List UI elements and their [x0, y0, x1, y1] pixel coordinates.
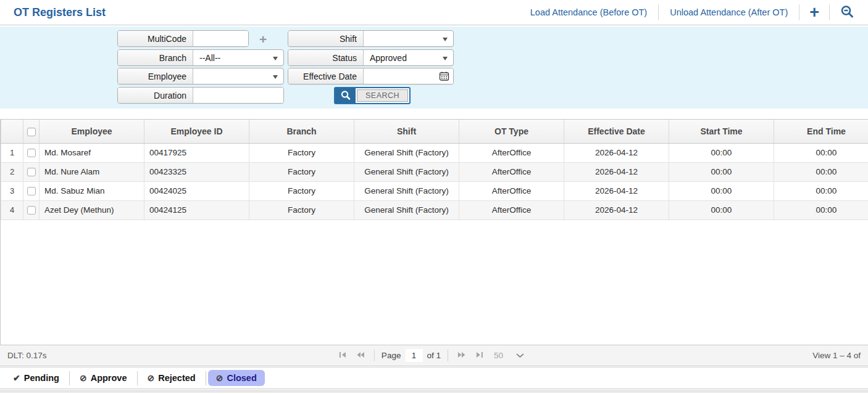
cell-employee: Md. Mosaref	[40, 143, 144, 162]
tab-pending[interactable]: ✔ Pending	[5, 370, 67, 386]
status-select[interactable]: Approved	[364, 50, 453, 65]
ban-icon: ⊘	[80, 373, 87, 383]
select-all-checkbox[interactable]	[27, 128, 36, 136]
tab-closed[interactable]: ⊘ Closed	[208, 370, 265, 386]
chevron-down-icon	[443, 38, 448, 41]
unload-attendance-button[interactable]: Unload Attendance (After OT)	[664, 4, 794, 21]
row-checkbox-cell	[23, 143, 40, 162]
last-page-icon	[475, 351, 483, 360]
cell-effective-date: 2026-04-12	[564, 143, 669, 162]
prev-page-icon	[356, 351, 365, 360]
employee-label: Employee	[118, 68, 193, 84]
col-ot-type[interactable]: OT Type	[459, 120, 564, 143]
col-shift[interactable]: Shift	[354, 120, 459, 143]
first-page-button[interactable]	[336, 350, 349, 361]
multicode-input[interactable]	[193, 31, 248, 46]
employee-select[interactable]	[193, 68, 283, 84]
row-checkbox[interactable]	[27, 187, 36, 195]
calendar-icon[interactable]	[439, 71, 449, 84]
cell-branch: Factory	[249, 143, 354, 162]
cell-branch: Factory	[249, 181, 354, 200]
chevron-down-icon	[443, 57, 448, 60]
table-row[interactable]: 1 Md. Mosaref 00417925 Factory General S…	[1, 143, 868, 162]
add-record-button[interactable]: +	[804, 4, 824, 20]
tab-approve-label: Approve	[91, 373, 127, 383]
filter-group-shift: Shift	[288, 30, 454, 47]
search-icon	[335, 88, 356, 103]
zoom-out-icon	[840, 4, 854, 21]
top-header: OT Registers List Load Attendance (Befor…	[0, 0, 868, 25]
page-label: Page	[382, 351, 401, 360]
row-number: 3	[1, 181, 23, 200]
prev-page-button[interactable]	[354, 350, 367, 361]
row-checkbox[interactable]	[27, 206, 36, 215]
pagination-controls: Page of 1 50	[336, 345, 524, 366]
col-branch[interactable]: Branch	[249, 120, 354, 143]
col-effective-date[interactable]: Effective Date	[564, 120, 669, 143]
row-checkbox-cell	[23, 181, 40, 200]
row-checkbox-cell	[23, 162, 40, 181]
cell-start-time: 00:00	[669, 200, 774, 220]
next-page-button[interactable]	[455, 350, 469, 361]
next-page-icon	[457, 351, 466, 360]
divider	[137, 371, 138, 385]
last-page-button[interactable]	[473, 350, 486, 361]
cell-end-time: 00:00	[774, 162, 868, 181]
duration-input[interactable]	[193, 88, 283, 103]
tab-approve[interactable]: ⊘ Approve	[72, 370, 135, 386]
effective-date-label: Effective Date	[288, 68, 364, 84]
divider	[799, 4, 799, 20]
row-number: 2	[1, 162, 23, 181]
cell-ot-type: AfterOffice	[459, 162, 564, 181]
col-employee-id[interactable]: Employee ID	[144, 120, 249, 143]
filter-group-employee: Employee	[117, 68, 284, 84]
tab-rejected[interactable]: ⊘ Rejected	[140, 370, 204, 386]
load-attendance-button[interactable]: Load Attendance (Before OT)	[524, 4, 653, 21]
search-button-label: SEARCH	[357, 89, 408, 102]
row-checkbox[interactable]	[27, 168, 36, 176]
branch-label: Branch	[118, 50, 193, 65]
page-number-input[interactable]	[405, 349, 422, 362]
cell-end-time: 00:00	[774, 181, 868, 200]
col-start-time[interactable]: Start Time	[669, 120, 774, 143]
cell-employee: Md. Sabuz Mian	[40, 181, 144, 200]
table-row[interactable]: 2 Md. Nure Alam 00423325 Factory General…	[1, 162, 868, 181]
page-title: OT Registers List	[14, 6, 106, 19]
divider	[658, 4, 659, 20]
shift-label: Shift	[288, 31, 364, 46]
cell-ot-type: AfterOffice	[459, 143, 564, 162]
search-button[interactable]: SEARCH	[334, 87, 411, 104]
cell-shift: General Shift (Factory)	[354, 143, 459, 162]
col-end-time[interactable]: End Time	[774, 120, 868, 143]
filter-panel: MultiCode + Shift Branch --All-- Status …	[0, 27, 868, 109]
row-number: 1	[1, 143, 23, 162]
add-multicode-icon[interactable]: +	[259, 33, 267, 46]
status-label: Status	[288, 50, 364, 65]
cell-employee-id: 00423325	[144, 162, 249, 181]
branch-select[interactable]: --All--	[193, 50, 283, 65]
cell-end-time: 00:00	[774, 200, 868, 220]
cell-effective-date: 2026-04-12	[564, 200, 669, 220]
page-size-chevron-icon[interactable]	[516, 353, 524, 358]
filter-group-multicode: MultiCode	[117, 30, 249, 47]
cell-employee-id: 00417925	[144, 143, 249, 162]
cell-effective-date: 2026-04-12	[564, 162, 669, 181]
row-checkbox[interactable]	[27, 149, 36, 157]
first-page-icon	[339, 351, 347, 360]
page-size-value[interactable]: 50	[494, 351, 503, 360]
divider	[829, 4, 830, 20]
shift-select[interactable]	[364, 31, 453, 46]
ban-icon: ⊘	[216, 373, 223, 383]
view-range-label: View 1 – 4 of	[812, 351, 861, 360]
toggle-search-button[interactable]	[835, 3, 859, 22]
col-employee[interactable]: Employee	[40, 120, 144, 143]
cell-shift: General Shift (Factory)	[354, 181, 459, 200]
table-row[interactable]: 4 Azet Dey (Methun) 00424125 Factory Gen…	[1, 200, 868, 220]
row-number: 4	[1, 200, 23, 220]
divider	[206, 371, 206, 385]
cell-shift: General Shift (Factory)	[354, 162, 459, 181]
cell-branch: Factory	[249, 162, 354, 181]
table-row[interactable]: 3 Md. Sabuz Mian 00424025 Factory Genera…	[1, 181, 868, 200]
cell-start-time: 00:00	[669, 143, 774, 162]
tab-closed-label: Closed	[227, 373, 256, 383]
